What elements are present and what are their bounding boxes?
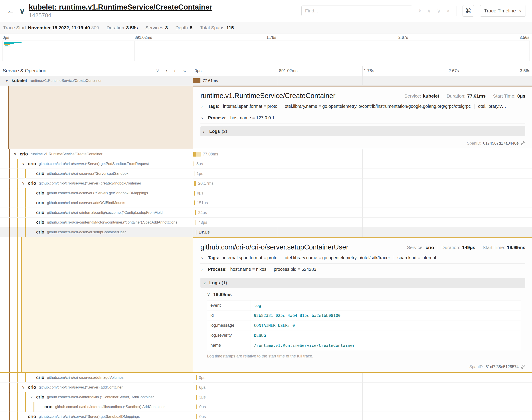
span-name-cell[interactable]: criogithub.com/cri-o/cri-o/server.(*Serv… bbox=[0, 412, 193, 420]
span-bar[interactable] bbox=[194, 200, 195, 205]
span-name-cell[interactable]: criogithub.com/cri-o/cri-o/internal/lib/… bbox=[0, 402, 193, 412]
expand-all-icon[interactable]: » bbox=[173, 69, 178, 72]
span-name-cell[interactable]: criogithub.com/cri-o/cri-o/internal/conf… bbox=[0, 208, 193, 218]
log-entry-toggle[interactable]: ∨ 19.99ms bbox=[207, 292, 524, 297]
span-bar[interactable] bbox=[195, 210, 196, 215]
span-row[interactable]: ∨criogithub.com/cri-o/cri-o/server.(*Ser… bbox=[0, 159, 532, 169]
logs-section-toggle[interactable]: › Logs (2) bbox=[200, 126, 525, 136]
span-bar[interactable] bbox=[194, 181, 196, 186]
row-expand-chevron-icon[interactable]: ∨ bbox=[19, 385, 27, 390]
row-expand-chevron-icon[interactable]: ∨ bbox=[3, 78, 11, 83]
span-timeline-cell[interactable]: 8μs bbox=[193, 159, 532, 169]
span-name-cell[interactable]: criogithub.com/cri-o/cri-o/server.(*Serv… bbox=[0, 188, 193, 198]
span-detail-meta: Service:crio Duration:149μs Start Time:1… bbox=[407, 243, 525, 250]
span-timeline-cell[interactable]: 0μs bbox=[193, 188, 532, 198]
copy-link-icon[interactable] bbox=[520, 364, 525, 369]
span-name-cell[interactable]: ∨crioruntime.v1.RuntimeService/CreateCon… bbox=[0, 149, 193, 159]
span-name-cell[interactable]: criogithub.com/cri-o/cri-o/server.addOCI… bbox=[0, 198, 193, 208]
span-timeline-cell[interactable]: 0μs bbox=[193, 402, 532, 412]
span-timeline-cell[interactable]: 1μs bbox=[193, 169, 532, 179]
span-row[interactable]: criogithub.com/cri-o/cri-o/internal/fact… bbox=[0, 218, 532, 227]
collapse-all-icon[interactable]: » bbox=[183, 68, 186, 73]
span-timeline-cell[interactable]: 3μs bbox=[193, 392, 532, 402]
tag-item: otel.library.v… bbox=[478, 104, 506, 109]
span-row[interactable]: criogithub.com/cri-o/cri-o/server.(*Serv… bbox=[0, 169, 532, 179]
span-bar[interactable] bbox=[196, 414, 197, 419]
span-name-cell[interactable]: criogithub.com/cri-o/cri-o/server.setupC… bbox=[0, 227, 193, 237]
span-name-cell[interactable]: ∨criogithub.com/cri-o/cri-o/server.(*Ser… bbox=[0, 159, 193, 169]
next-match-icon[interactable]: ∨ bbox=[437, 8, 441, 14]
jaeger-trace-page: { "colors": { "kubelet": "#9c6a38", "kub… bbox=[0, 0, 532, 420]
span-bar[interactable] bbox=[196, 405, 197, 409]
span-row[interactable]: criogithub.com/cri-o/cri-o/internal/lib/… bbox=[0, 402, 532, 412]
span-bar[interactable] bbox=[194, 191, 195, 195]
locate-span-icon[interactable]: ⌖ bbox=[418, 8, 421, 14]
trace-title-link[interactable]: kubelet: runtime.v1.RuntimeService/Creat… bbox=[29, 3, 212, 11]
tags-section-toggle[interactable]: › Tags: internal.span.format = proto ote… bbox=[200, 252, 525, 264]
trace-view-select[interactable]: Trace Timeline ∨ bbox=[480, 5, 526, 17]
span-timeline-cell[interactable]: 43μs bbox=[193, 218, 532, 227]
span-name-cell[interactable]: criogithub.com/cri-o/cri-o/internal/fact… bbox=[0, 218, 193, 227]
span-detail-title: github.com/cri-o/cri-o/server.setupConta… bbox=[200, 243, 407, 251]
span-row[interactable]: ∨criogithub.com/cri-o/cri-o/server.(*Ser… bbox=[0, 383, 532, 392]
span-bar[interactable] bbox=[196, 395, 197, 400]
span-timeline-cell[interactable]: 20.17ms bbox=[193, 179, 532, 188]
find-input[interactable] bbox=[301, 6, 412, 16]
process-section-toggle[interactable]: › Process: host.name = 127.0.0.1 bbox=[200, 112, 525, 124]
span-timeline-cell[interactable]: 0μs bbox=[193, 373, 532, 383]
span-bar[interactable] bbox=[196, 220, 196, 225]
collapse-one-icon[interactable]: › bbox=[166, 68, 168, 73]
span-timeline-cell[interactable]: 0μs bbox=[193, 412, 532, 420]
span-row[interactable]: criogithub.com/cri-o/cri-o/server.addOCI… bbox=[0, 198, 532, 208]
span-row[interactable]: ∨criogithub.com/cri-o/cri-o/internal/lib… bbox=[0, 392, 532, 402]
span-bar[interactable] bbox=[194, 162, 194, 166]
span-timeline-cell[interactable]: 77.08ms bbox=[193, 149, 532, 159]
span-operation: github.com/cri-o/cri-o/internal/config/s… bbox=[47, 210, 164, 215]
row-expand-chevron-icon[interactable]: ∨ bbox=[11, 152, 19, 156]
expand-one-icon[interactable]: ∨ bbox=[156, 68, 159, 73]
span-bar[interactable] bbox=[193, 78, 200, 83]
tags-section-toggle[interactable]: › Tags: internal.span.format = proto ote… bbox=[200, 101, 525, 112]
span-name-cell[interactable]: ∨criogithub.com/cri-o/cri-o/internal/lib… bbox=[0, 392, 193, 402]
span-name-cell[interactable]: ∨kubeletruntime.v1.RuntimeService/Create… bbox=[0, 76, 193, 86]
span-name-cell[interactable]: criogithub.com/cri-o/cri-o/server.addIma… bbox=[0, 373, 193, 383]
span-row[interactable]: criogithub.com/cri-o/cri-o/server.addIma… bbox=[0, 373, 532, 383]
span-row[interactable]: criogithub.com/cri-o/cri-o/internal/conf… bbox=[0, 208, 532, 218]
process-section-toggle[interactable]: › Process: host.name = nixos process.pid… bbox=[200, 264, 525, 275]
span-name-cell[interactable]: ∨criogithub.com/cri-o/cri-o/server.(*Ser… bbox=[0, 383, 193, 392]
span-duration-label: 43μs bbox=[198, 220, 207, 225]
span-name-cell[interactable]: ∨criogithub.com/cri-o/cri-o/server.(*Ser… bbox=[0, 179, 193, 188]
span-bar[interactable] bbox=[194, 171, 194, 176]
trace-start-stat: Trace Start November 15 2022, 11:19:40.8… bbox=[3, 25, 99, 30]
span-bar[interactable] bbox=[193, 152, 201, 157]
tag-item: internal.span.format = proto bbox=[223, 255, 277, 260]
row-expand-chevron-icon[interactable]: ∨ bbox=[19, 162, 27, 166]
span-timeline-cell[interactable]: 6μs bbox=[193, 383, 532, 392]
span-timeline-cell[interactable]: 149μs bbox=[193, 227, 532, 237]
span-row[interactable]: ∨criogithub.com/cri-o/cri-o/server.(*Ser… bbox=[0, 179, 532, 188]
copy-link-icon[interactable] bbox=[520, 141, 525, 146]
row-expand-chevron-icon[interactable]: ∨ bbox=[28, 395, 35, 399]
back-button[interactable]: ← bbox=[7, 6, 15, 15]
span-row[interactable]: criogithub.com/cri-o/cri-o/server.setupC… bbox=[0, 227, 532, 237]
span-timeline-cell[interactable]: 151μs bbox=[193, 198, 532, 208]
row-expand-chevron-icon[interactable]: ∨ bbox=[19, 181, 27, 186]
span-row[interactable]: ∨crioruntime.v1.RuntimeService/CreateCon… bbox=[0, 149, 532, 159]
span-row[interactable]: ∨kubeletruntime.v1.RuntimeService/Create… bbox=[0, 76, 532, 86]
clear-find-icon[interactable]: × bbox=[447, 8, 450, 14]
span-bar[interactable] bbox=[196, 230, 196, 235]
span-bar[interactable] bbox=[196, 375, 197, 380]
minimap-canvas[interactable] bbox=[2, 41, 530, 61]
span-name-cell[interactable]: criogithub.com/cri-o/cri-o/server.(*Serv… bbox=[0, 169, 193, 179]
trace-collapse-chevron-icon[interactable]: ∨ bbox=[19, 7, 25, 15]
keyboard-shortcuts-button[interactable]: ⌘ bbox=[463, 5, 474, 17]
logs-section-toggle[interactable]: ∨ Logs (1) bbox=[200, 278, 525, 288]
span-timeline-cell[interactable]: 77.61ms bbox=[193, 76, 532, 86]
span-timeline-cell[interactable]: 24μs bbox=[193, 208, 532, 218]
logs-count: (2) bbox=[222, 129, 227, 134]
span-row[interactable]: criogithub.com/cri-o/cri-o/server.(*Serv… bbox=[0, 412, 532, 420]
span-service: crio bbox=[36, 229, 44, 235]
span-row[interactable]: criogithub.com/cri-o/cri-o/server.(*Serv… bbox=[0, 188, 532, 198]
span-bar[interactable] bbox=[196, 385, 197, 390]
prev-match-icon[interactable]: ∧ bbox=[427, 8, 431, 14]
